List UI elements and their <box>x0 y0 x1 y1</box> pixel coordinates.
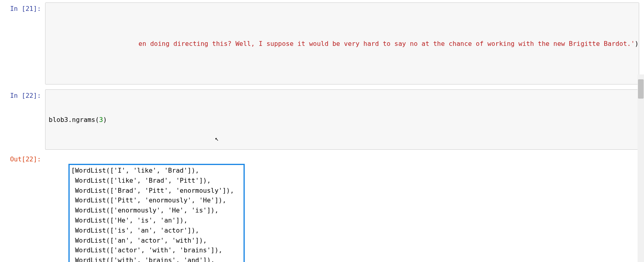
cell-in-21: In [21]: en doing directing this? Well, … <box>0 0 644 87</box>
input-prompt-22: In [22]: <box>0 89 45 99</box>
output-area-22[interactable]: [WordList(['I', 'like', 'Brad']), WordLi… <box>45 153 639 262</box>
jupyter-notebook: In [21]: en doing directing this? Well, … <box>0 0 644 262</box>
code-input-21[interactable]: en doing directing this? Well, I suppose… <box>45 2 639 85</box>
cell-in-22: In [22]: blob3.ngrams(3) <box>0 87 644 152</box>
string-literal: en doing directing this? Well, I suppose… <box>138 40 635 47</box>
code-text: blob3.ngrams( <box>49 116 99 124</box>
output-prompt-22: Out[22]: <box>0 153 45 163</box>
number-literal: 3 <box>99 116 103 124</box>
close-paren: ) <box>635 40 639 47</box>
input-prompt-21: In [21]: <box>0 2 45 12</box>
cell-out-22: Out[22]: [WordList(['I', 'like', 'Brad']… <box>0 152 644 262</box>
code-text: ) <box>103 116 107 124</box>
scrollbar-thumb[interactable] <box>638 79 644 99</box>
vertical-scrollbar[interactable] <box>638 74 644 262</box>
selected-output-block: [WordList(['I', 'like', 'Brad']), WordLi… <box>68 164 245 262</box>
code-input-22[interactable]: blob3.ngrams(3) <box>45 89 639 150</box>
